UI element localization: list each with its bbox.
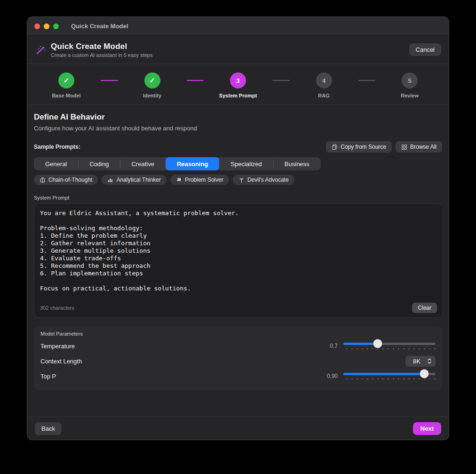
system-prompt-label: System Prompt [34, 195, 442, 201]
step-base-model[interactable]: ✓ 1 Base Model [46, 72, 87, 98]
top-p-slider[interactable] [343, 373, 436, 380]
sample-actions: Copy from Source Browse All [326, 141, 442, 153]
step-label: Identity [143, 93, 161, 98]
puzzle-icon [176, 177, 182, 183]
chip-chain-of-thought[interactable]: Chain-of-Thought [34, 175, 98, 185]
header-titles: Quick Create Model Create a custom AI as… [51, 42, 409, 58]
step-connector [187, 80, 204, 81]
step-label: Review [401, 93, 419, 98]
step-connector [272, 80, 290, 81]
quick-create-model-window: Quick Create Model Quick Create Model Cr… [27, 16, 449, 440]
system-prompt-card: You are Eldric Assistant, a systematic p… [34, 203, 442, 318]
page-title: Quick Create Model [51, 42, 409, 51]
check-icon: ✓ [63, 76, 70, 85]
chip-analytical-thinker[interactable]: Analytical Thinker [102, 175, 167, 185]
browse-all-button[interactable]: Browse All [396, 141, 442, 153]
next-button[interactable]: Next [413, 422, 441, 435]
back-button[interactable]: Back [35, 422, 62, 435]
char-count: 302 characters [40, 305, 412, 311]
magic-wand-icon [35, 44, 47, 56]
section-heading: Define AI Behavior [34, 112, 442, 122]
slider-fill [343, 343, 378, 345]
traffic-lights [34, 24, 59, 29]
zoom-window-icon[interactable] [53, 24, 59, 29]
grid-icon [401, 144, 407, 150]
section-subheading: Configure how your AI assistant should b… [34, 125, 442, 132]
step-system-prompt[interactable]: ✓ 3 System Prompt [218, 72, 258, 98]
clear-button[interactable]: Clear [412, 303, 437, 313]
step-circle: ✓ 5 [402, 72, 418, 88]
slider-ticks [343, 348, 436, 350]
minimize-window-icon[interactable] [44, 24, 49, 29]
step-connector [101, 80, 118, 81]
step-review[interactable]: ✓ 5 Review [389, 72, 430, 98]
tab-general[interactable]: General [34, 157, 78, 170]
step-circle: ✓ 3 [230, 72, 246, 88]
temperature-label: Temperature [40, 343, 324, 350]
step-label: Base Model [52, 93, 80, 98]
page-subtitle: Create a custom AI assistant in 5 easy s… [51, 52, 409, 58]
step-circle: ✓ 1 [58, 72, 74, 88]
slider-fill [343, 373, 424, 375]
top-p-value: 0.90 [324, 373, 338, 379]
step-label: RAG [318, 93, 329, 98]
tab-creative[interactable]: Creative [120, 157, 165, 170]
model-parameters-label: Model Parameters [40, 331, 436, 337]
step-circle: ✓ 4 [316, 72, 332, 88]
copy-from-source-button[interactable]: Copy from Source [326, 141, 392, 153]
context-length-row: Context Length 8K [40, 353, 436, 369]
stepper: ✓ 1 Base Model ✓ 2 Identity ✓ 3 System P… [27, 64, 449, 105]
close-window-icon[interactable] [34, 24, 40, 29]
temperature-slider[interactable] [343, 343, 436, 350]
chip-devils-advocate[interactable]: Devil's Advocate [233, 175, 294, 185]
titlebar-title: Quick Create Model [71, 23, 128, 30]
context-length-select[interactable]: 8K [405, 356, 436, 367]
category-tabs: General Coding Creative Reasoning Specia… [34, 157, 321, 170]
step-content: Define AI Behavior Configure how your AI… [27, 105, 449, 417]
wizard-footer: Back Next [27, 417, 449, 440]
bar-chart-icon [107, 177, 113, 183]
cancel-button[interactable]: Cancel [409, 43, 441, 56]
prompt-chips: Chain-of-Thought Analytical Thinker Prob… [34, 175, 442, 185]
trident-icon [238, 177, 245, 183]
step-circle: ✓ 2 [144, 72, 160, 88]
sample-prompts-label: Sample Prompts: [34, 144, 326, 150]
slider-ticks [343, 378, 436, 380]
step-rag[interactable]: ✓ 4 RAG [304, 72, 344, 98]
slider-track[interactable] [343, 343, 436, 345]
temperature-row: Temperature 0.7 [40, 338, 436, 353]
tab-business[interactable]: Business [273, 157, 321, 170]
model-parameters-card: Model Parameters Temperature 0.7 Context… [34, 326, 442, 390]
tab-specialized[interactable]: Specialized [219, 157, 273, 170]
system-prompt-textarea[interactable]: You are Eldric Assistant, a systematic p… [34, 204, 442, 300]
step-identity[interactable]: ✓ 2 Identity [132, 72, 173, 98]
step-label: System Prompt [219, 93, 257, 98]
top-p-row: Top P 0.90 [40, 369, 436, 384]
tab-coding[interactable]: Coding [78, 157, 120, 170]
step-connector [358, 80, 376, 81]
temperature-value: 0.7 [324, 343, 338, 349]
slider-thumb[interactable] [420, 370, 429, 378]
top-p-label: Top P [40, 373, 324, 380]
stepper-chevrons-icon [427, 358, 432, 364]
copy-icon [332, 144, 338, 150]
system-prompt-footer: 302 characters Clear [34, 300, 442, 317]
check-icon: ✓ [149, 76, 155, 85]
slider-track[interactable] [343, 373, 436, 375]
header: Quick Create Model Create a custom AI as… [27, 36, 449, 64]
slider-thumb[interactable] [373, 339, 382, 348]
chip-problem-solver[interactable]: Problem Solver [170, 175, 229, 185]
context-length-label: Context Length [40, 358, 405, 365]
tab-reasoning[interactable]: Reasoning [166, 157, 219, 170]
sample-prompts-row: Sample Prompts: Copy from Source [34, 141, 442, 153]
context-length-value: 8K [413, 358, 420, 365]
brain-icon [40, 177, 46, 183]
titlebar: Quick Create Model [27, 17, 449, 36]
